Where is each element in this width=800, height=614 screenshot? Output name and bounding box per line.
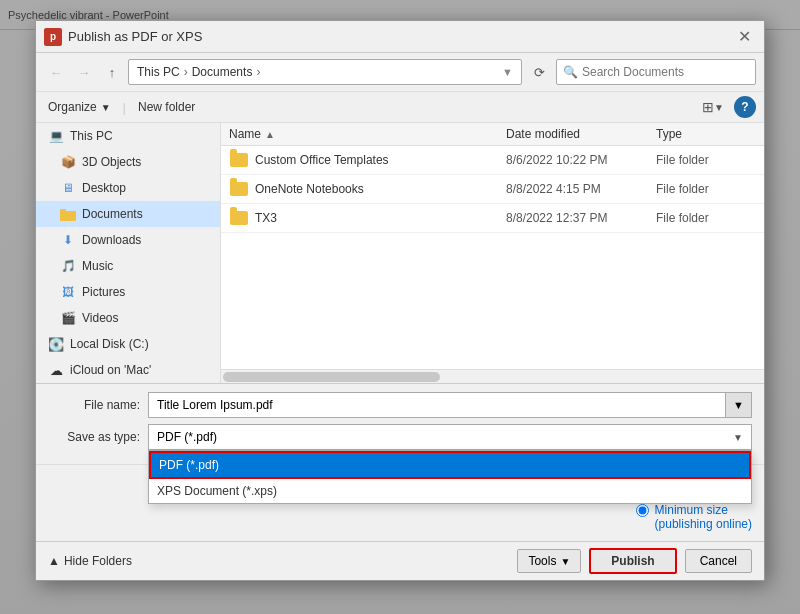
- dropdown-option-xps[interactable]: XPS Document (*.xps): [149, 479, 751, 503]
- dialog-footer: ▲ Hide Folders Tools ▼ Publish Cancel: [36, 541, 764, 580]
- radio-minimum-label: Minimum size (publishing online): [655, 503, 752, 531]
- savetype-row: Save as type: PDF (*.pdf) ▼ PDF (*.pdf) …: [48, 424, 752, 450]
- sidebar-label-this-pc: This PC: [70, 129, 113, 143]
- bottom-fields: File name: ▼ Save as type: PDF (*.pdf) ▼…: [36, 383, 764, 464]
- nav-dropdown-arrow[interactable]: ▼: [502, 66, 513, 78]
- sidebar-item-music[interactable]: 🎵 Music: [36, 253, 220, 279]
- view-icon: ⊞: [702, 99, 714, 115]
- icloud-icon: ☁: [48, 362, 64, 378]
- search-icon: 🔍: [563, 65, 578, 79]
- file-scrollbar[interactable]: [221, 369, 764, 383]
- savetype-dropdown-arrow: ▼: [733, 432, 743, 443]
- nav-path-documents: Documents: [192, 65, 253, 79]
- nav-forward-button[interactable]: →: [72, 60, 96, 84]
- search-input[interactable]: [582, 65, 749, 79]
- nav-up-button[interactable]: ↑: [100, 60, 124, 84]
- tools-label: Tools: [528, 554, 556, 568]
- col-type-header[interactable]: Type: [656, 127, 756, 141]
- sidebar-label-documents: Documents: [82, 207, 143, 221]
- new-folder-label: New folder: [138, 100, 195, 114]
- dropdown-option-pdf[interactable]: PDF (*.pdf): [149, 451, 751, 479]
- col-date-header[interactable]: Date modified: [506, 127, 656, 141]
- col-date-label: Date modified: [506, 127, 580, 141]
- table-row[interactable]: Custom Office Templates 8/6/2022 10:22 P…: [221, 146, 764, 175]
- file-area: Name ▲ Date modified Type C: [221, 123, 764, 383]
- filename-row: File name: ▼: [48, 392, 752, 418]
- organize-label: Organize: [48, 100, 97, 114]
- nav-separator-2: ›: [256, 65, 260, 79]
- new-folder-button[interactable]: New folder: [134, 98, 199, 116]
- cancel-button[interactable]: Cancel: [685, 549, 752, 573]
- sidebar-item-downloads[interactable]: ⬇ Downloads: [36, 227, 220, 253]
- nav-back-button[interactable]: ←: [44, 60, 68, 84]
- file-type-3: File folder: [656, 211, 756, 225]
- sidebar-item-icloud[interactable]: ☁ iCloud on 'Mac': [36, 357, 220, 383]
- file-type-1: File folder: [656, 153, 756, 167]
- sidebar-item-3d-objects[interactable]: 📦 3D Objects: [36, 149, 220, 175]
- tools-button[interactable]: Tools ▼: [517, 549, 581, 573]
- sidebar-item-this-pc[interactable]: 💻 This PC: [36, 123, 220, 149]
- downloads-icon: ⬇: [60, 232, 76, 248]
- sidebar: 💻 This PC 📦 3D Objects 🖥 Desktop Documen…: [36, 123, 221, 383]
- dialog-app-icon: p: [44, 28, 62, 46]
- file-date-1: 8/6/2022 10:22 PM: [506, 153, 656, 167]
- hide-folders-label: Hide Folders: [64, 554, 132, 568]
- sort-arrow: ▲: [265, 129, 275, 140]
- sidebar-label-local-disk: Local Disk (C:): [70, 337, 149, 351]
- sidebar-label-pictures: Pictures: [82, 285, 125, 299]
- col-type-label: Type: [656, 127, 682, 141]
- content-area: 💻 This PC 📦 3D Objects 🖥 Desktop Documen…: [36, 123, 764, 383]
- col-name-header[interactable]: Name ▲: [229, 127, 506, 141]
- filename-dropdown-btn[interactable]: ▼: [726, 392, 752, 418]
- publish-button[interactable]: Publish: [589, 548, 676, 574]
- dialog-overlay: p Publish as PDF or XPS ✕ ← → ↑ This PC …: [0, 0, 800, 614]
- toolbar-divider: |: [123, 100, 126, 115]
- sidebar-label-videos: Videos: [82, 311, 118, 325]
- music-icon: 🎵: [60, 258, 76, 274]
- tools-arrow: ▼: [560, 556, 570, 567]
- savetype-dropdown-container: PDF (*.pdf) ▼ PDF (*.pdf) XPS Document (…: [148, 424, 752, 450]
- search-box[interactable]: 🔍: [556, 59, 756, 85]
- nav-path: This PC › Documents › ▼: [128, 59, 522, 85]
- folder-icon-2: [229, 180, 249, 198]
- help-button[interactable]: ?: [734, 96, 756, 118]
- file-name-1: Custom Office Templates: [255, 153, 506, 167]
- filename-label: File name:: [48, 398, 148, 412]
- sidebar-label-3d-objects: 3D Objects: [82, 155, 141, 169]
- nav-separator-1: ›: [184, 65, 188, 79]
- organize-arrow: ▼: [101, 102, 111, 113]
- nav-refresh-button[interactable]: ⟳: [526, 59, 552, 85]
- dialog-close-button[interactable]: ✕: [732, 25, 756, 49]
- sidebar-item-pictures[interactable]: 🖼 Pictures: [36, 279, 220, 305]
- file-scrollbar-thumb: [223, 372, 440, 382]
- desktop-icon: 🖥: [60, 180, 76, 196]
- filename-input[interactable]: [148, 392, 726, 418]
- radio-minimum-input[interactable]: [636, 504, 649, 517]
- local-disk-icon: 💽: [48, 336, 64, 352]
- nav-path-this-pc: This PC: [137, 65, 180, 79]
- sidebar-item-documents[interactable]: Documents: [36, 201, 220, 227]
- savetype-current-value: PDF (*.pdf): [157, 430, 217, 444]
- table-row[interactable]: TX3 8/8/2022 12:37 PM File folder: [221, 204, 764, 233]
- sidebar-label-music: Music: [82, 259, 113, 273]
- dialog-title: Publish as PDF or XPS: [68, 29, 732, 44]
- file-name-3: TX3: [255, 211, 506, 225]
- table-row[interactable]: OneNote Notebooks 8/8/2022 4:15 PM File …: [221, 175, 764, 204]
- sidebar-item-local-disk[interactable]: 💽 Local Disk (C:): [36, 331, 220, 357]
- organize-button[interactable]: Organize ▼: [44, 98, 115, 116]
- file-toolbar: Organize ▼ | New folder ⊞ ▼ ?: [36, 92, 764, 123]
- sidebar-item-videos[interactable]: 🎬 Videos: [36, 305, 220, 331]
- hide-folders-button[interactable]: ▲ Hide Folders: [48, 554, 132, 568]
- savetype-dropdown-selected[interactable]: PDF (*.pdf) ▼: [148, 424, 752, 450]
- pdf-option-label: PDF (*.pdf): [159, 458, 219, 472]
- view-arrow: ▼: [714, 102, 724, 113]
- videos-icon: 🎬: [60, 310, 76, 326]
- sidebar-item-desktop[interactable]: 🖥 Desktop: [36, 175, 220, 201]
- this-pc-icon: 💻: [48, 128, 64, 144]
- file-list: Custom Office Templates 8/6/2022 10:22 P…: [221, 146, 764, 369]
- folder-icon: [229, 151, 249, 169]
- view-toggle-button[interactable]: ⊞ ▼: [700, 96, 726, 118]
- radio-minimum-size[interactable]: Minimum size (publishing online): [636, 503, 752, 531]
- file-date-2: 8/8/2022 4:15 PM: [506, 182, 656, 196]
- file-name-2: OneNote Notebooks: [255, 182, 506, 196]
